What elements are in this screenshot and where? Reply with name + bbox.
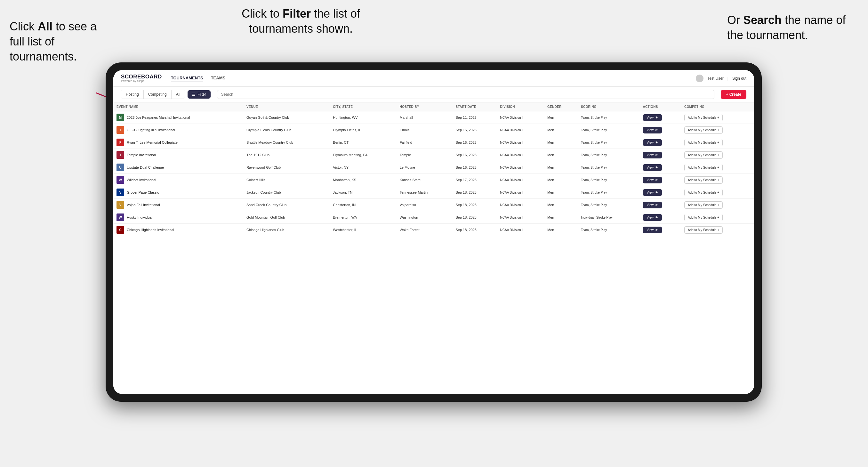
cell-hosted-6: Tennessee-Martin xyxy=(397,186,453,199)
cell-gender-4: Men xyxy=(544,161,578,174)
tournaments-table: EVENT NAME VENUE CITY, STATE HOSTED BY S… xyxy=(113,102,754,236)
cell-gender-8: Men xyxy=(544,211,578,224)
cell-hosted-9: Wake Forest xyxy=(397,224,453,236)
cell-actions-0: View 👁 xyxy=(640,112,681,124)
view-btn-7[interactable]: View 👁 xyxy=(643,201,662,208)
cell-venue-7: Sand Creek Country Club xyxy=(243,199,330,211)
app-logo: SCOREBOARD xyxy=(121,74,162,80)
cell-gender-1: Men xyxy=(544,124,578,136)
team-logo-2: F xyxy=(117,138,124,146)
cell-gender-0: Men xyxy=(544,112,578,124)
col-competing: COMPETING xyxy=(681,102,754,112)
team-logo-6: V xyxy=(117,189,124,196)
cell-actions-2: View 👁 xyxy=(640,136,681,149)
header-separator: | xyxy=(727,76,728,81)
cell-city-5: Manhattan, KS xyxy=(330,174,396,186)
cell-event-name-3: T Temple Invitational xyxy=(113,149,243,161)
competing-btn[interactable]: Competing xyxy=(144,90,172,99)
table-row: U Upstate Dual Challenge Ravenwood Golf … xyxy=(113,161,754,174)
cell-gender-6: Men xyxy=(544,186,578,199)
cell-hosted-3: Temple xyxy=(397,149,453,161)
view-btn-4[interactable]: View 👁 xyxy=(643,164,662,171)
team-logo-3: T xyxy=(117,151,124,159)
filter-toggle-btn[interactable]: ☰ Filter xyxy=(188,90,211,99)
hosting-btn[interactable]: Hosting xyxy=(121,90,144,99)
sign-out-link[interactable]: Sign out xyxy=(732,76,746,81)
view-btn-1[interactable]: View 👁 xyxy=(643,127,662,133)
view-btn-6[interactable]: View 👁 xyxy=(643,189,662,196)
cell-scoring-0: Team, Stroke Play xyxy=(578,112,640,124)
team-logo-7: V xyxy=(117,201,124,209)
view-btn-3[interactable]: View 👁 xyxy=(643,152,662,158)
add-schedule-btn-5[interactable]: Add to My Schedule + xyxy=(684,176,723,184)
cell-hosted-5: Kansas State xyxy=(397,174,453,186)
cell-actions-6: View 👁 xyxy=(640,186,681,199)
all-btn[interactable]: All xyxy=(172,90,185,99)
nav-tab-teams[interactable]: TEAMS xyxy=(211,74,226,82)
cell-division-7: NCAA Division I xyxy=(497,199,544,211)
eye-icon-9: 👁 xyxy=(655,228,658,232)
add-schedule-btn-1[interactable]: Add to My Schedule + xyxy=(684,126,723,134)
cell-actions-5: View 👁 xyxy=(640,174,681,186)
event-name-text-8: Husky Individual xyxy=(127,215,152,219)
team-logo-1: I xyxy=(117,126,124,134)
eye-icon-1: 👁 xyxy=(655,128,658,132)
cell-city-8: Bremerton, WA xyxy=(330,211,396,224)
view-btn-9[interactable]: View 👁 xyxy=(643,227,662,234)
table-row: W Wildcat Invitational Colbert Hills Man… xyxy=(113,174,754,186)
table-body: M 2023 Joe Feaganes Marshall Invitationa… xyxy=(113,112,754,236)
team-logo-0: M xyxy=(117,114,124,121)
nav-tab-tournaments[interactable]: TOURNAMENTS xyxy=(171,74,203,82)
table-row: W Husky Individual Gold Mountain Golf Cl… xyxy=(113,211,754,224)
app-header: SCOREBOARD Powered by clippd TOURNAMENTS… xyxy=(113,70,754,87)
cell-venue-1: Olympia Fields Country Club xyxy=(243,124,330,136)
col-gender: GENDER xyxy=(544,102,578,112)
cell-division-4: NCAA Division I xyxy=(497,161,544,174)
col-event-name: EVENT NAME xyxy=(113,102,243,112)
add-schedule-btn-8[interactable]: Add to My Schedule + xyxy=(684,214,723,221)
add-schedule-btn-3[interactable]: Add to My Schedule + xyxy=(684,151,723,159)
cell-gender-9: Men xyxy=(544,224,578,236)
cell-date-3: Sep 16, 2023 xyxy=(452,149,497,161)
cell-venue-3: The 1912 Club xyxy=(243,149,330,161)
view-btn-8[interactable]: View 👁 xyxy=(643,214,662,221)
add-schedule-btn-0[interactable]: Add to My Schedule + xyxy=(684,114,723,121)
cell-city-1: Olympia Fields, IL xyxy=(330,124,396,136)
search-input[interactable] xyxy=(217,90,715,99)
event-name-text-5: Wildcat Invitational xyxy=(127,178,156,182)
cell-competing-5: Add to My Schedule + xyxy=(681,174,754,186)
cell-event-name-6: V Grover Page Classic xyxy=(113,186,243,199)
add-schedule-btn-4[interactable]: Add to My Schedule + xyxy=(684,164,723,171)
view-btn-2[interactable]: View 👁 xyxy=(643,139,662,146)
table-row: F Ryan T. Lee Memorial Collegiate Shuttl… xyxy=(113,136,754,149)
table-row: T Temple Invitational The 1912 Club Plym… xyxy=(113,149,754,161)
view-btn-0[interactable]: View 👁 xyxy=(643,114,662,121)
eye-icon-0: 👁 xyxy=(655,116,658,119)
view-btn-5[interactable]: View 👁 xyxy=(643,177,662,183)
cell-city-9: Westchester, IL xyxy=(330,224,396,236)
cell-scoring-1: Team, Stroke Play xyxy=(578,124,640,136)
user-avatar xyxy=(696,74,704,82)
cell-competing-1: Add to My Schedule + xyxy=(681,124,754,136)
cell-actions-1: View 👁 xyxy=(640,124,681,136)
add-schedule-btn-6[interactable]: Add to My Schedule + xyxy=(684,189,723,196)
cell-event-name-4: U Upstate Dual Challenge xyxy=(113,161,243,174)
eye-icon-2: 👁 xyxy=(655,141,658,144)
event-name-text-7: Valpo Fall Invitational xyxy=(127,203,160,207)
add-schedule-btn-2[interactable]: Add to My Schedule + xyxy=(684,139,723,146)
add-schedule-btn-7[interactable]: Add to My Schedule + xyxy=(684,201,723,209)
tournaments-table-container: EVENT NAME VENUE CITY, STATE HOSTED BY S… xyxy=(113,102,754,394)
filter-toggle-label: Filter xyxy=(197,92,206,97)
logo-area: SCOREBOARD Powered by clippd xyxy=(121,74,162,83)
create-btn[interactable]: + Create xyxy=(721,90,746,99)
add-schedule-btn-9[interactable]: Add to My Schedule + xyxy=(684,226,723,234)
cell-date-2: Sep 16, 2023 xyxy=(452,136,497,149)
cell-date-4: Sep 16, 2023 xyxy=(452,161,497,174)
team-logo-4: U xyxy=(117,163,124,171)
cell-division-1: NCAA Division I xyxy=(497,124,544,136)
cell-city-3: Plymouth Meeting, PA xyxy=(330,149,396,161)
cell-actions-4: View 👁 xyxy=(640,161,681,174)
cell-event-name-1: I OFCC Fighting Illini Invitational xyxy=(113,124,243,136)
col-start-date: START DATE xyxy=(452,102,497,112)
tablet-screen: SCOREBOARD Powered by clippd TOURNAMENTS… xyxy=(113,70,754,394)
